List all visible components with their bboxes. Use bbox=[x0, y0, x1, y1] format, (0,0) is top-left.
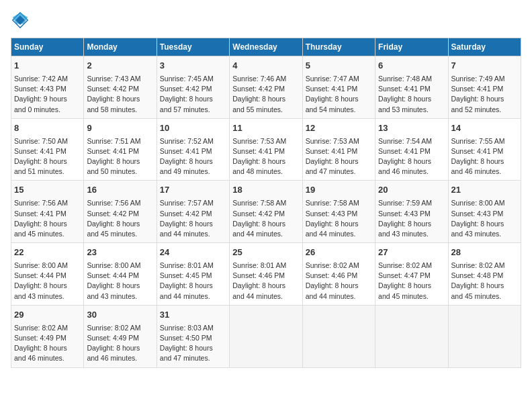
day-number: 19 bbox=[306, 184, 372, 197]
cell-line: Daylight: 8 hours bbox=[87, 219, 153, 229]
calendar-cell: 30Sunrise: 8:02 AMSunset: 4:49 PMDayligh… bbox=[84, 305, 157, 367]
day-number: 3 bbox=[160, 60, 226, 73]
logo bbox=[11, 11, 32, 30]
day-number: 13 bbox=[378, 122, 445, 135]
calendar-row: 22Sunrise: 8:00 AMSunset: 4:44 PMDayligh… bbox=[11, 243, 521, 306]
cell-line: Daylight: 8 hours bbox=[87, 281, 153, 291]
cell-line: and 45 minutes. bbox=[87, 229, 153, 239]
cell-line: Sunrise: 8:03 AM bbox=[160, 323, 226, 333]
cell-line: Sunrise: 7:50 AM bbox=[14, 136, 81, 146]
cell-line: Sunset: 4:41 PM bbox=[87, 146, 153, 156]
cell-line: Daylight: 8 hours bbox=[160, 156, 226, 167]
cell-line: Sunrise: 7:49 AM bbox=[451, 74, 518, 84]
cell-line: Sunrise: 7:53 AM bbox=[306, 136, 372, 146]
cell-line: Sunset: 4:42 PM bbox=[160, 84, 226, 94]
cell-line: Sunrise: 7:58 AM bbox=[306, 198, 372, 208]
calendar-cell: 29Sunrise: 8:02 AMSunset: 4:49 PMDayligh… bbox=[11, 305, 84, 367]
cell-line: and 58 minutes. bbox=[87, 105, 153, 115]
cell-line: and 43 minutes. bbox=[87, 291, 153, 302]
calendar-table: SundayMondayTuesdayWednesdayThursdayFrid… bbox=[11, 38, 521, 368]
weekday-header-cell: Monday bbox=[84, 38, 157, 56]
cell-line: Sunset: 4:41 PM bbox=[306, 146, 372, 156]
cell-line: Sunset: 4:41 PM bbox=[14, 146, 81, 156]
day-number: 21 bbox=[451, 184, 518, 197]
cell-line: Sunset: 4:42 PM bbox=[87, 84, 153, 94]
cell-line: Daylight: 8 hours bbox=[451, 94, 518, 104]
cell-line: Sunrise: 7:57 AM bbox=[160, 198, 226, 208]
cell-line: Sunrise: 8:02 AM bbox=[306, 261, 372, 271]
calendar-row: 15Sunrise: 7:56 AMSunset: 4:41 PMDayligh… bbox=[11, 181, 521, 243]
cell-line: and 49 minutes. bbox=[160, 167, 226, 177]
cell-line: Sunset: 4:41 PM bbox=[378, 84, 445, 94]
cell-line: Sunset: 4:41 PM bbox=[451, 84, 518, 94]
cell-line: Daylight: 8 hours bbox=[87, 156, 153, 167]
cell-line: Daylight: 8 hours bbox=[160, 94, 226, 104]
cell-line: Daylight: 8 hours bbox=[306, 281, 372, 291]
cell-line: and 44 minutes. bbox=[160, 229, 226, 239]
day-number: 9 bbox=[87, 122, 153, 135]
day-number: 23 bbox=[87, 246, 153, 259]
cell-line: Sunrise: 7:54 AM bbox=[378, 136, 445, 146]
weekday-header-cell: Friday bbox=[375, 38, 448, 56]
calendar-cell: 10Sunrise: 7:52 AMSunset: 4:41 PMDayligh… bbox=[157, 118, 229, 181]
weekday-header-cell: Wednesday bbox=[230, 38, 302, 56]
weekday-header-row: SundayMondayTuesdayWednesdayThursdayFrid… bbox=[11, 38, 521, 56]
cell-line: Sunset: 4:46 PM bbox=[306, 271, 372, 281]
cell-line: Sunset: 4:42 PM bbox=[232, 84, 299, 94]
logo-icon bbox=[11, 11, 30, 30]
day-number: 31 bbox=[160, 309, 226, 322]
calendar-cell: 31Sunrise: 8:03 AMSunset: 4:50 PMDayligh… bbox=[157, 305, 229, 367]
day-number: 1 bbox=[14, 60, 81, 73]
cell-line: Daylight: 8 hours bbox=[160, 219, 226, 229]
cell-line: and 57 minutes. bbox=[160, 105, 226, 115]
calendar-row: 1Sunrise: 7:42 AMSunset: 4:43 PMDaylight… bbox=[11, 56, 521, 119]
day-number: 20 bbox=[378, 184, 445, 197]
calendar-cell: 14Sunrise: 7:55 AMSunset: 4:41 PMDayligh… bbox=[448, 118, 521, 181]
weekday-header-cell: Thursday bbox=[302, 38, 375, 56]
day-number: 11 bbox=[232, 122, 299, 135]
cell-line: Daylight: 8 hours bbox=[451, 156, 518, 167]
cell-line: and 47 minutes. bbox=[160, 353, 226, 363]
calendar-cell bbox=[448, 305, 521, 367]
calendar-cell: 12Sunrise: 7:53 AMSunset: 4:41 PMDayligh… bbox=[302, 118, 375, 181]
cell-line: Daylight: 8 hours bbox=[14, 156, 81, 167]
calendar-cell bbox=[375, 305, 448, 367]
day-number: 25 bbox=[232, 246, 299, 259]
cell-line: Sunrise: 7:53 AM bbox=[232, 136, 299, 146]
cell-line: Sunset: 4:41 PM bbox=[378, 146, 445, 156]
calendar-cell: 15Sunrise: 7:56 AMSunset: 4:41 PMDayligh… bbox=[11, 181, 84, 243]
calendar-cell: 17Sunrise: 7:57 AMSunset: 4:42 PMDayligh… bbox=[157, 181, 229, 243]
cell-line: Sunset: 4:44 PM bbox=[14, 271, 81, 281]
cell-line: Daylight: 8 hours bbox=[378, 281, 445, 291]
cell-line: and 45 minutes. bbox=[451, 291, 518, 302]
day-number: 12 bbox=[306, 122, 372, 135]
cell-line: Sunset: 4:44 PM bbox=[87, 271, 153, 281]
cell-line: Sunset: 4:41 PM bbox=[160, 146, 226, 156]
day-number: 18 bbox=[232, 184, 299, 197]
calendar-cell: 13Sunrise: 7:54 AMSunset: 4:41 PMDayligh… bbox=[375, 118, 448, 181]
day-number: 15 bbox=[14, 184, 81, 197]
day-number: 30 bbox=[87, 309, 153, 322]
cell-line: Sunset: 4:41 PM bbox=[232, 146, 299, 156]
cell-line: and 54 minutes. bbox=[306, 105, 372, 115]
calendar-cell bbox=[230, 305, 302, 367]
calendar-cell: 11Sunrise: 7:53 AMSunset: 4:41 PMDayligh… bbox=[230, 118, 302, 181]
day-number: 7 bbox=[451, 60, 518, 73]
cell-line: and 44 minutes. bbox=[160, 291, 226, 302]
cell-line: Sunset: 4:49 PM bbox=[14, 333, 81, 343]
cell-line: and 55 minutes. bbox=[232, 105, 299, 115]
cell-line: and 50 minutes. bbox=[87, 167, 153, 177]
calendar-cell: 24Sunrise: 8:01 AMSunset: 4:45 PMDayligh… bbox=[157, 243, 229, 306]
cell-line: Daylight: 8 hours bbox=[378, 156, 445, 167]
calendar-cell: 23Sunrise: 8:00 AMSunset: 4:44 PMDayligh… bbox=[84, 243, 157, 306]
cell-line: Sunrise: 7:56 AM bbox=[14, 198, 81, 208]
cell-line: Daylight: 8 hours bbox=[87, 343, 153, 353]
cell-line: Sunrise: 8:02 AM bbox=[87, 323, 153, 333]
cell-line: Sunrise: 7:48 AM bbox=[378, 74, 445, 84]
cell-line: Daylight: 8 hours bbox=[306, 156, 372, 167]
cell-line: and 45 minutes. bbox=[378, 291, 445, 302]
cell-line: Sunrise: 7:52 AM bbox=[160, 136, 226, 146]
cell-line: Sunrise: 8:00 AM bbox=[14, 261, 81, 271]
cell-line: and 0 minutes. bbox=[14, 105, 81, 115]
cell-line: Daylight: 8 hours bbox=[87, 94, 153, 104]
